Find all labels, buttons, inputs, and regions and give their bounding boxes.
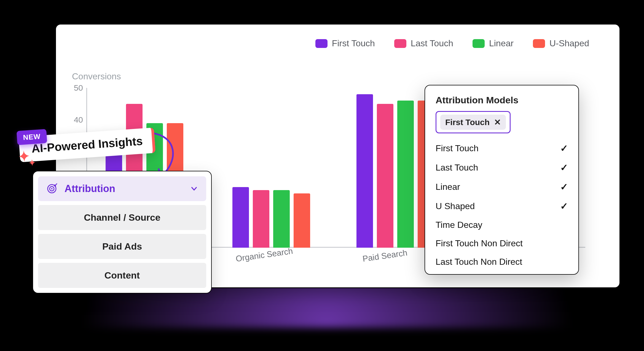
x-tick-label: Paid Search	[362, 248, 408, 263]
close-icon[interactable]: ✕	[494, 117, 501, 127]
attribution-model-option-label: Linear	[436, 182, 460, 192]
attribution-menu-title: Attribution	[65, 183, 115, 195]
legend-label: Last Touch	[411, 38, 453, 48]
attribution-model-option[interactable]: Last Touch Non Direct	[436, 257, 568, 267]
legend-swatch	[533, 39, 545, 48]
new-badge: NEW	[17, 129, 47, 145]
bar	[273, 190, 290, 248]
attribution-model-option-label: U Shaped	[436, 201, 475, 211]
attribution-model-option[interactable]: First Touch Non Direct	[436, 238, 568, 249]
y-tick-label: 40	[68, 115, 83, 125]
attribution-model-option[interactable]: Last Touch✓	[436, 162, 568, 173]
legend-swatch	[473, 39, 485, 48]
bar	[232, 187, 249, 248]
bar	[356, 94, 373, 248]
attribution-item-content[interactable]: Content	[38, 263, 206, 288]
attribution-item-channel-source[interactable]: Channel / Source	[38, 205, 206, 230]
sparkle-icon: ✦✦	[17, 148, 38, 164]
attribution-models-select[interactable]: First Touch ✕	[436, 111, 511, 133]
legend-item-last-touch: Last Touch	[394, 38, 453, 48]
legend-label: Linear	[489, 38, 514, 48]
chevron-down-icon	[190, 185, 198, 193]
legend-label: U-Shaped	[549, 38, 589, 48]
attribution-model-option-label: First Touch Non Direct	[436, 238, 523, 249]
attribution-menu-header[interactable]: Attribution	[38, 176, 206, 201]
y-tick-label: 50	[68, 83, 83, 93]
attribution-menu: Attribution Channel / Source Paid Ads Co…	[33, 171, 212, 293]
bar	[294, 193, 310, 248]
legend-swatch	[394, 39, 406, 48]
attribution-model-option[interactable]: Linear✓	[436, 181, 568, 192]
attribution-models-title: Attribution Models	[436, 95, 568, 106]
y-axis-title: Conversions	[72, 71, 121, 82]
target-icon	[46, 183, 57, 194]
attribution-model-option-label: First Touch	[436, 143, 479, 153]
bar	[397, 101, 414, 248]
attribution-model-option[interactable]: First Touch✓	[436, 143, 568, 154]
attribution-model-option-label: Last Touch	[436, 163, 478, 173]
x-tick-label: Organic Search	[235, 246, 293, 264]
selected-model-chip[interactable]: First Touch ✕	[440, 115, 506, 130]
bar-group	[232, 88, 310, 248]
selected-model-chip-label: First Touch	[445, 118, 490, 127]
attribution-model-option-label: Last Touch Non Direct	[436, 257, 522, 267]
legend-item-linear: Linear	[473, 38, 514, 48]
attribution-item-paid-ads[interactable]: Paid Ads	[38, 234, 206, 259]
check-icon: ✓	[560, 181, 568, 192]
svg-point-2	[51, 188, 53, 190]
attribution-model-option-label: Time Decay	[436, 220, 482, 230]
attribution-models-popover: Attribution Models First Touch ✕ First T…	[425, 85, 579, 275]
attribution-model-option[interactable]: U Shaped✓	[436, 201, 568, 212]
check-icon: ✓	[560, 162, 568, 173]
attribution-model-option[interactable]: Time Decay	[436, 220, 568, 230]
check-icon: ✓	[560, 201, 568, 212]
legend-item-u-shaped: U-Shaped	[533, 38, 589, 48]
bar	[377, 104, 393, 248]
bar-group	[356, 88, 434, 248]
bar	[253, 190, 269, 248]
legend-label: First Touch	[332, 38, 375, 48]
legend: First Touch Last Touch Linear U-Shaped	[315, 38, 589, 48]
check-icon: ✓	[560, 143, 568, 154]
legend-item-first-touch: First Touch	[315, 38, 375, 48]
legend-swatch	[315, 39, 328, 48]
